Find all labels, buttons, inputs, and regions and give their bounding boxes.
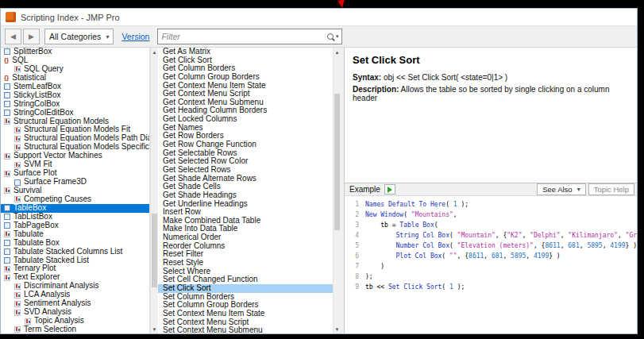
code-segment: Table Box: [399, 220, 434, 230]
example-header: Example See Also ▾ Topic Help: [345, 183, 637, 196]
tree-scrollbar[interactable]: ▲ ▼: [150, 48, 158, 333]
tree-item[interactable]: Text Explorer: [1, 273, 149, 282]
list-scrollbar-thumb[interactable]: [334, 94, 340, 231]
tree-item[interactable]: LCA Analysis: [1, 291, 149, 299]
list-item[interactable]: Get Selected Row Color: [158, 157, 333, 166]
code-line: 2New Window( "Mountains",: [348, 210, 637, 220]
tree-item[interactable]: Structural Equation Models Specification: [1, 143, 149, 152]
back-button[interactable]: ◀: [5, 29, 21, 44]
see-also-button[interactable]: See Also ▾: [537, 183, 586, 195]
tree-item[interactable]: StringColBox: [1, 100, 149, 109]
forward-button[interactable]: ▶: [23, 29, 40, 44]
list-item[interactable]: Get Context Menu Submenu: [158, 98, 333, 107]
tree-item-label: Tabulate Box: [13, 239, 60, 248]
list-item[interactable]: Set Context Menu Item State: [158, 310, 333, 318]
list-item[interactable]: Reset Style: [158, 259, 333, 268]
tree-item[interactable]: Support Vector Machines: [1, 152, 149, 160]
categories-dropdown[interactable]: All Categories ▾: [44, 29, 114, 44]
scroll-up-icon[interactable]: ▲: [151, 48, 158, 56]
list-item[interactable]: Get Click Sort: [158, 56, 333, 65]
list-item[interactable]: Get Row Change Function: [158, 141, 333, 149]
list-item[interactable]: Select Where: [158, 268, 333, 276]
list-item[interactable]: Get Context Menu Script: [158, 90, 333, 98]
tree-item[interactable]: Structural Equation Models Fit: [1, 125, 149, 134]
list-item[interactable]: Set Column Borders: [158, 293, 333, 302]
list-item[interactable]: Get Heading Column Borders: [158, 106, 333, 115]
scroll-up-icon[interactable]: ▲: [334, 48, 341, 56]
tree-item[interactable]: TabListBox: [1, 213, 149, 222]
example-code[interactable]: 1Names Default To Here( 1 );2New Window(…: [345, 196, 637, 333]
tree-item[interactable]: Ternary Plot: [1, 264, 149, 273]
tree-item[interactable]: Sentiment Analysis: [1, 299, 149, 308]
tree-item[interactable]: Term Selection: [1, 326, 149, 333]
tree-item[interactable]: Tabulate Stacked Columns List: [1, 248, 149, 256]
tree-item[interactable]: SplitterBox: [1, 48, 149, 56]
play-icon: [388, 187, 392, 193]
tree-item[interactable]: SQL Query: [1, 65, 149, 74]
list-item[interactable]: Get Column Borders: [158, 64, 333, 73]
list-item[interactable]: Make Into Data Table: [158, 225, 333, 233]
tree-item[interactable]: Competing Causes: [1, 195, 149, 204]
tree-item[interactable]: {}Statistical: [1, 74, 149, 83]
list-item[interactable]: Set Context Menu Script: [158, 318, 333, 327]
list-item[interactable]: Get Selectable Rows: [158, 149, 333, 158]
code-segment: tb <<: [365, 282, 388, 292]
tree-item[interactable]: SVD Analysis: [1, 308, 149, 317]
list-item[interactable]: Get Row Borders: [158, 132, 333, 141]
list-item[interactable]: Set Click Sort: [158, 284, 333, 293]
list-item[interactable]: Get Names: [158, 124, 333, 133]
back-icon: ◀: [10, 33, 16, 40]
run-script-button[interactable]: [384, 184, 395, 195]
tree-item[interactable]: Structural Equation Models: [1, 117, 149, 126]
tree-item[interactable]: Tabulate Box: [1, 239, 149, 248]
tree-item[interactable]: Survival: [1, 187, 149, 195]
tree-item[interactable]: Topic Analysis: [1, 317, 149, 326]
tree-item[interactable]: TabPageBox: [1, 222, 149, 230]
list-item[interactable]: Get Underline Headings: [158, 200, 333, 209]
version-link[interactable]: Version: [121, 32, 149, 41]
list-item[interactable]: Set Context Menu Submenu: [158, 326, 333, 333]
topic-help-button[interactable]: Topic Help: [588, 183, 634, 195]
toolbar: ◀ ▶ All Categories ▾ Version ▾: [1, 26, 637, 48]
tree-item[interactable]: Surface Frame3D: [1, 178, 149, 187]
filter-input[interactable]: [158, 32, 326, 41]
code-segment: [365, 241, 396, 251]
scroll-down-icon[interactable]: ▼: [151, 325, 158, 333]
list-item[interactable]: Reorder Columns: [158, 242, 333, 251]
list-item[interactable]: Get Selected Rows: [158, 166, 333, 175]
list-item[interactable]: Get Locked Columns: [158, 115, 333, 124]
list-item[interactable]: Get Shade Alternate Rows: [158, 175, 333, 183]
tree-item-label: Structural Equation Models Path Diagram: [24, 134, 149, 143]
tree-item[interactable]: StringColEditBox: [1, 109, 149, 117]
list-item[interactable]: Reset Filter: [158, 250, 333, 259]
tree-scrollbar-thumb[interactable]: [152, 214, 157, 288]
list-item[interactable]: Get Column Group Borders: [158, 73, 333, 82]
list-item[interactable]: Get As Matrix: [158, 48, 333, 56]
tree-item[interactable]: Surface Plot: [1, 169, 149, 178]
tree-item[interactable]: SVM Fit: [1, 160, 149, 169]
code-segment: (: [434, 220, 438, 230]
tree-item[interactable]: Tabulate Stacked List: [1, 256, 149, 265]
list-item[interactable]: Get Context Menu Item State: [158, 82, 333, 91]
list-scrollbar[interactable]: ▲ ▼: [333, 48, 341, 333]
list-item[interactable]: Numerical Order: [158, 233, 333, 242]
list-item[interactable]: Set Column Group Borders: [158, 301, 333, 310]
search-options-chevron-icon[interactable]: ▾: [336, 33, 339, 40]
tree-item[interactable]: Discriminant Analysis: [1, 282, 149, 291]
list-item[interactable]: Insert Row: [158, 208, 333, 217]
list-item[interactable]: Make Combined Data Table: [158, 217, 333, 225]
tree-item[interactable]: TableBox: [1, 204, 149, 213]
list-item[interactable]: Set Cell Changed Function: [158, 275, 333, 284]
tree-item[interactable]: {}SQL: [1, 56, 149, 65]
tree-item[interactable]: StickyListBox: [1, 91, 149, 100]
scroll-down-icon[interactable]: ▼: [334, 325, 341, 333]
title-bar[interactable]: Scripting Index - JMP Pro: [1, 9, 637, 26]
tree-item[interactable]: StemLeafBox: [1, 83, 149, 91]
code-segment: ,: [503, 251, 511, 261]
braces-icon: {}: [4, 57, 9, 64]
list-item[interactable]: Get Shade Headings: [158, 191, 333, 200]
tree-item[interactable]: Tabulate: [1, 230, 149, 239]
list-item[interactable]: Get Shade Cells: [158, 183, 333, 191]
search-icon[interactable]: [327, 33, 334, 40]
tree-item[interactable]: Structural Equation Models Path Diagram: [1, 134, 149, 143]
